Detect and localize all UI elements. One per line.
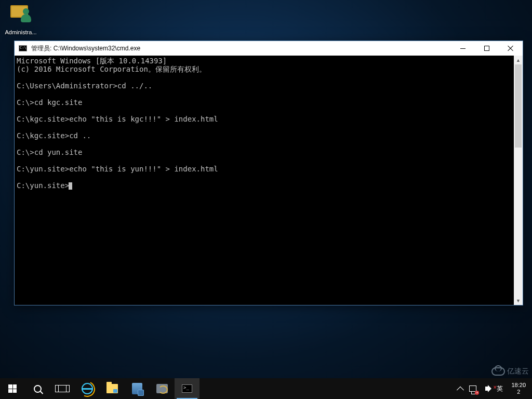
search-icon xyxy=(34,385,42,393)
close-button[interactable] xyxy=(499,41,523,56)
terminal-cursor xyxy=(69,182,72,190)
network-error-badge: × xyxy=(475,391,479,395)
watermark-text: 亿速云 xyxy=(507,367,529,376)
disk-icon xyxy=(156,384,168,393)
titlebar[interactable]: 管理员: C:\Windows\system32\cmd.exe xyxy=(15,41,523,56)
watermark: 亿速云 xyxy=(491,367,529,376)
search-button[interactable] xyxy=(25,378,50,399)
maximize-icon xyxy=(484,46,489,51)
scroll-thumb[interactable] xyxy=(515,64,522,148)
cmd-app[interactable] xyxy=(175,378,200,399)
tray-overflow-button[interactable] xyxy=(456,384,464,393)
window-controls xyxy=(451,41,523,56)
cmd-window[interactable]: 管理员: C:\Windows\system32\cmd.exe Microso… xyxy=(14,41,523,305)
taskview-button[interactable] xyxy=(50,378,75,399)
chevron-up-icon xyxy=(457,387,464,394)
server-manager-app[interactable] xyxy=(125,378,150,399)
minimize-button[interactable] xyxy=(451,41,475,56)
system-tray[interactable]: × × 英 18:20 2 xyxy=(453,378,532,399)
user-admin-icon xyxy=(8,3,33,28)
ie-icon xyxy=(82,383,93,394)
server-icon xyxy=(132,383,142,394)
desktop-icon-label: Administra... xyxy=(1,29,41,35)
cloud-icon xyxy=(491,367,505,376)
mute-badge: × xyxy=(494,384,497,390)
file-explorer-app[interactable] xyxy=(100,378,125,399)
clock-date: 2 xyxy=(511,389,526,395)
window-title: 管理员: C:\Windows\system32\cmd.exe xyxy=(30,44,451,53)
disk-tool-app[interactable] xyxy=(150,378,175,399)
scroll-down-button[interactable]: ▼ xyxy=(514,296,523,305)
folder-icon xyxy=(107,384,118,393)
start-button[interactable] xyxy=(0,378,25,399)
windows-icon xyxy=(8,384,17,393)
scroll-up-button[interactable]: ▲ xyxy=(514,56,523,64)
taskview-icon xyxy=(58,385,67,392)
taskbar-spacer xyxy=(200,378,453,399)
close-icon xyxy=(508,45,514,51)
vertical-scrollbar[interactable]: ▲ ▼ xyxy=(514,56,523,305)
taskbar[interactable]: × × 英 18:20 2 xyxy=(0,378,532,399)
clock[interactable]: 18:20 2 xyxy=(508,382,529,395)
ime-indicator[interactable]: 英 xyxy=(496,384,504,393)
cmd-icon xyxy=(182,384,192,393)
ie-app[interactable] xyxy=(75,378,100,399)
speaker-icon xyxy=(485,387,488,391)
network-status[interactable]: × xyxy=(469,384,477,393)
minimize-icon xyxy=(460,48,466,49)
clock-time: 18:20 xyxy=(511,382,526,389)
administrator-desktop-icon[interactable]: Administra... xyxy=(1,3,41,35)
maximize-button[interactable] xyxy=(475,41,499,56)
sound-status[interactable]: × xyxy=(481,384,491,393)
terminal-output[interactable]: Microsoft Windows [版本 10.0.14393] (c) 20… xyxy=(15,56,514,305)
cmd-app-icon xyxy=(19,45,27,51)
